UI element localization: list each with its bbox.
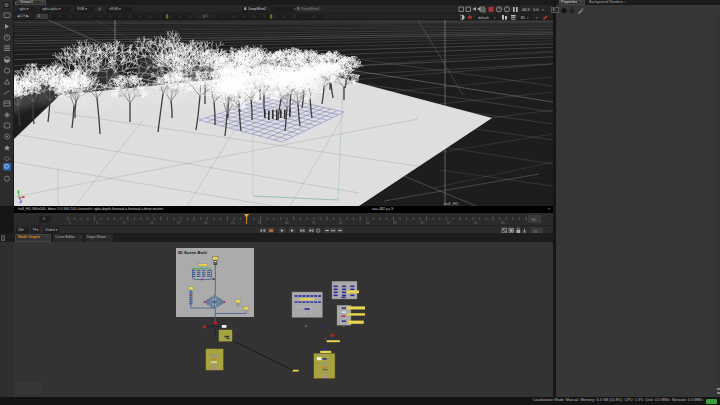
svg-text:▾: ▾ <box>536 15 538 19</box>
svg-text:1.0: 1.0 <box>533 7 539 12</box>
svg-text:3D: 3D <box>521 15 526 19</box>
svg-text:70: 70 <box>531 217 536 222</box>
svg-text:3D Scene Built: 3D Scene Built <box>178 250 208 255</box>
svg-text:▾: ▾ <box>542 8 544 12</box>
svg-text:half_HD: half_HD <box>444 201 459 206</box>
svg-text:46.9: 46.9 <box>522 7 531 12</box>
svg-text:default: default <box>478 15 489 19</box>
